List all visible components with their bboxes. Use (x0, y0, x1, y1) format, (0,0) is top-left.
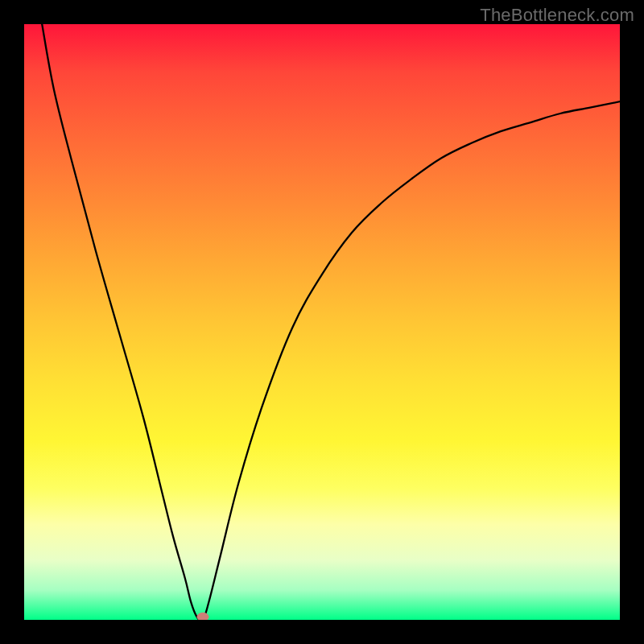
chart-container: TheBottleneck.com (0, 0, 644, 644)
watermark-text: TheBottleneck.com (480, 5, 634, 26)
plot-background (24, 24, 620, 620)
